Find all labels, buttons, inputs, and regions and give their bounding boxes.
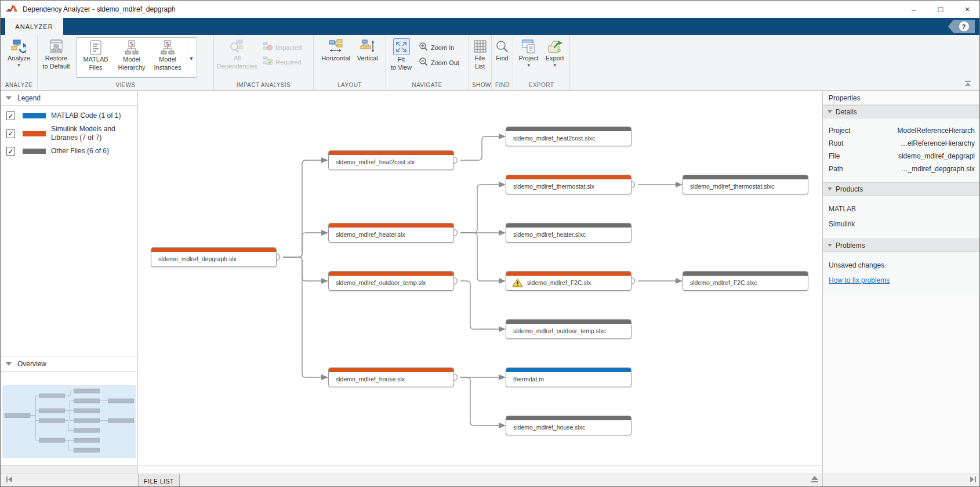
details-section-header[interactable]: Details (823, 105, 980, 118)
graph-edge-house-to-house_c (460, 377, 499, 425)
window-title: Dependency Analyzer - sldemo_mdlref_depg… (23, 5, 176, 13)
edge-arrowhead-icon (499, 374, 506, 380)
vertical-layout-button[interactable]: Vertical (354, 37, 382, 63)
export-button[interactable]: Export ▼ (542, 37, 568, 69)
required-icon (263, 56, 273, 67)
node-type-color-bar (151, 248, 276, 252)
minimize-button[interactable]: – (901, 1, 927, 18)
node-label: sldemo_mdlref_heat2cost.slx (336, 155, 415, 169)
overview-minimap[interactable] (2, 385, 136, 458)
file-list-tab[interactable]: FILE LIST (138, 474, 180, 487)
path-label: Path (829, 165, 870, 173)
edge-arrowhead-icon (499, 230, 506, 236)
zoom-out-label: Zoom Out (431, 59, 459, 67)
close-button[interactable]: × (954, 1, 980, 18)
help-button[interactable]: ? (948, 20, 975, 33)
root-value: …elReferenceHierarchy (870, 139, 975, 147)
minimap-node-outdoor (39, 419, 65, 423)
views-gallery-dropdown[interactable]: ▼ (187, 38, 195, 79)
matlab-files-view-button[interactable]: MATLAB Files (78, 38, 114, 77)
graph-node-thermostat[interactable]: sldemo_mdlref_thermostat.slx (506, 175, 631, 194)
node-label: sldemo_mdlref_heater.slx (336, 228, 405, 242)
project-label: Project (829, 127, 870, 135)
minimap-node-house (39, 438, 65, 442)
graph-node-depgraph[interactable]: sldemo_mdlref_depgraph.slx (151, 247, 277, 267)
file-list-icon (472, 38, 488, 54)
details-section-body: Project ModelReferenceHierarch Root …elR… (823, 118, 980, 182)
graph-edge-depgraph-to-house (283, 257, 321, 377)
property-row-project: Project ModelReferenceHierarch (823, 124, 980, 137)
file-list-button[interactable]: File List (471, 37, 489, 71)
fit-to-view-label-line1: Fit (398, 55, 405, 63)
matlab-files-label-line2: Files (89, 63, 102, 71)
node-type-color-bar (506, 223, 631, 228)
restore-label-line1: Restore (45, 54, 68, 62)
node-type-color-bar (506, 175, 631, 179)
graph-node-outdoor_c[interactable]: sldemo_mdlref_outdoor_temp.slxc (506, 319, 631, 339)
find-button[interactable]: Find (493, 37, 511, 63)
how-to-fix-problems-link[interactable]: How to fix problems (829, 276, 890, 284)
graph-node-thermostat_c[interactable]: sldemo_mdlref_thermostat.slxc (683, 175, 808, 194)
product-matlab: MATLAB (823, 201, 980, 217)
graph-node-f2c[interactable]: sldemo_mdlref_F2C.slx (506, 271, 631, 291)
minimap-node-house_c (74, 448, 99, 452)
impacted-button[interactable]: ! Impacted (263, 42, 302, 53)
model-instances-icon (160, 39, 176, 55)
group-caption-show: SHOW (469, 81, 491, 91)
legend-label-other-files: Other Files (6 of 6) (51, 147, 128, 156)
legend-label-matlab-code: MATLAB Code (1 of 1) (51, 111, 128, 120)
model-instances-label-line1: Model (159, 55, 176, 63)
graph-node-heat2cost_c[interactable]: sldemo_mdlref_heat2cost.slxc (506, 127, 631, 146)
edge-arrowhead-icon (321, 157, 328, 163)
graph-node-heater[interactable]: sldemo_mdlref_heater.slx (328, 223, 454, 243)
project-label: Project (518, 54, 538, 62)
legend-header[interactable]: Legend (1, 91, 137, 106)
legend-checkbox-matlab-code[interactable]: ✓ (6, 111, 15, 120)
model-instances-view-button[interactable]: Model Instances (150, 38, 186, 77)
problems-section-header[interactable]: Problems (823, 239, 980, 252)
zoom-in-button[interactable]: Zoom In (419, 42, 459, 53)
zoom-out-button[interactable]: Zoom Out (419, 57, 459, 68)
legend-checkbox-other-files[interactable]: ✓ (6, 147, 15, 156)
graph-node-house_c[interactable]: sldemo_mdlref_house.slxc (506, 416, 631, 435)
overview-header[interactable]: Overview (1, 356, 137, 371)
tab-analyzer[interactable]: ANALYZER (5, 18, 63, 35)
left-sidebar: Legend ✓ MATLAB Code (1 of 1) ✓ Simulink… (1, 91, 138, 465)
sidebar-scroll-strip[interactable] (1, 465, 138, 474)
graph-node-f2c_c[interactable]: sldemo_mdlref_F2C.slxc (683, 271, 808, 291)
legend-checkbox-simulink-models[interactable]: ✓ (6, 129, 15, 138)
all-dependencies-button[interactable]: All Dependencies (214, 37, 260, 71)
maximize-button[interactable]: □ (927, 1, 954, 18)
graph-node-heater_c[interactable]: sldemo_mdlref_heater.slxc (506, 223, 631, 243)
analyze-button[interactable]: Analyze ▼ (4, 37, 34, 69)
overview-collapse-icon (6, 362, 12, 366)
graph-node-thermdat[interactable]: thermdat.m (506, 367, 631, 387)
graph-horizontal-scrollbar[interactable] (139, 465, 822, 474)
fit-to-view-label-line2: to View (391, 63, 412, 71)
dependency-graph-canvas[interactable]: sldemo_mdlref_depgraph.slxsldemo_mdlref_… (139, 91, 822, 465)
node-label: sldemo_mdlref_house.slx (336, 372, 405, 387)
graph-node-outdoor[interactable]: sldemo_mdlref_outdoor_temp.slx (328, 271, 454, 291)
collapse-properties-icon[interactable] (970, 477, 976, 482)
analyze-label: Analyze (8, 54, 30, 62)
model-hierarchy-view-button[interactable]: Model Hierarchy (114, 38, 150, 77)
products-section-header[interactable]: Products (823, 182, 980, 196)
restore-to-default-button[interactable]: Restore to Default (38, 37, 75, 71)
collapse-sidebar-icon[interactable] (6, 477, 12, 482)
ribbon-group-layout: Horizontal Vertical LAYOUT (314, 35, 386, 91)
fit-to-view-button[interactable]: Fit to View (386, 37, 416, 73)
details-title: Details (836, 108, 857, 116)
edge-arrowhead-icon (321, 374, 328, 380)
graph-node-heat2cost[interactable]: sldemo_mdlref_heat2cost.slx (328, 150, 454, 170)
horizontal-layout-button[interactable]: Horizontal (318, 37, 354, 63)
expand-file-list-icon[interactable] (810, 476, 819, 485)
ribbon-group-views: Restore to Default MATLAB Files (38, 35, 214, 91)
graph-edge-heat2cost-to-heat2cost_c (460, 136, 499, 160)
group-caption-export: EXPORT (513, 81, 569, 91)
graph-edge-depgraph-to-heater (283, 233, 321, 257)
ribbon-group-navigate: Fit to View Zoom In (386, 35, 469, 91)
project-button[interactable]: Project ▼ (515, 37, 542, 69)
required-button[interactable]: Required (263, 56, 302, 67)
graph-node-house[interactable]: sldemo_mdlref_house.slx (328, 367, 454, 387)
collapse-ribbon-button[interactable] (963, 81, 972, 88)
